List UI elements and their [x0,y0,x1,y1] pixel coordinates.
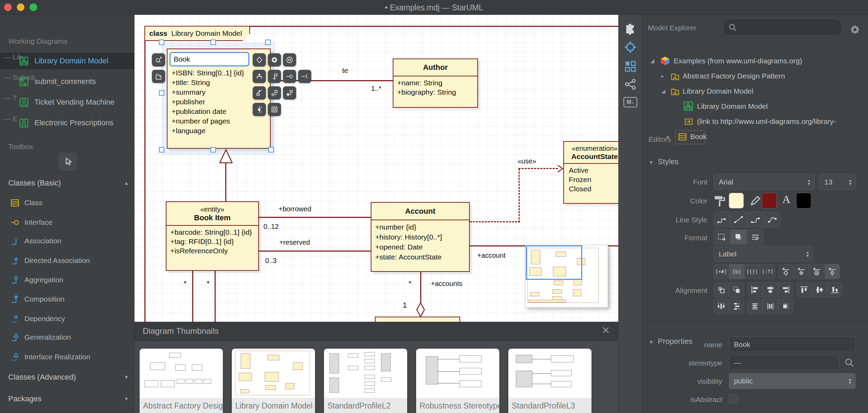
borrowed-association-line[interactable] [259,217,371,218]
search-input[interactable] [741,20,837,34]
tree-item-book[interactable]: ▸ Book [642,129,868,145]
pointer-tool-button[interactable] [59,153,76,170]
account-role-label[interactable]: +account [477,252,506,260]
reserved-role-label[interactable]: +reserved [279,239,310,246]
tool-association[interactable]: Association [0,233,134,249]
selection-handle-bottom-left[interactable] [159,147,164,152]
class-account[interactable]: Account +number {id} +history: History[0… [371,202,470,272]
share-button[interactable] [623,77,637,91]
accounts-multiplicity-label[interactable]: * [409,279,412,288]
class-name-edit-field[interactable] [170,52,249,66]
extensions-button[interactable] [623,21,637,35]
association-name-label-partial[interactable]: te [342,66,348,75]
line-style-rounded-button[interactable] [747,212,764,227]
show-property-button[interactable]: [{}] [745,264,760,279]
class-book-item[interactable]: «entity» Book Item +barcode: String[0..1… [166,201,259,271]
align-middle-button[interactable] [812,282,827,297]
close-icon[interactable]: ✕ [601,324,610,336]
tool-interface[interactable]: Interface [0,215,134,231]
tool-interface-realization[interactable]: Interface Realization [0,349,134,365]
visibility-dropdown[interactable]: public▲▼ [729,373,856,389]
use-dependency-segment[interactable] [519,169,520,222]
add-part-button[interactable] [268,103,281,116]
line-style-rectilinear-button[interactable] [714,212,730,227]
add-composition-button[interactable] [283,86,296,99]
show-namespace-button[interactable]: [b] [729,264,744,279]
tool-composition[interactable]: Composition [0,292,134,307]
tool-generalization[interactable]: Generalization [0,330,134,346]
font-size-stepper[interactable]: 13▲▼ [819,174,856,190]
font-family-dropdown[interactable]: Arial▲▼ [714,174,815,190]
author-multiplicity-label[interactable]: 1..* [371,85,381,93]
generalization-line[interactable] [225,163,226,202]
add-required-interface-button[interactable] [298,70,311,83]
markdown-button[interactable]: M↓ [623,95,637,109]
send-to-back-button[interactable] [714,282,729,297]
line-style-oblique-button[interactable] [730,212,747,227]
caret-collapsed-icon[interactable]: ▸ [661,73,664,79]
show-visibility-button[interactable]: [+#] [714,264,729,279]
suppress-operations-button[interactable] [794,264,809,279]
minimap-viewport[interactable] [526,245,582,280]
align-left-button[interactable] [747,282,762,297]
caret-expanded-icon[interactable]: ◢ [661,88,665,94]
caret-expanded-icon[interactable]: ◢ [650,58,654,64]
stereotype-input[interactable] [729,355,839,370]
working-diagram-item-library-domain-model[interactable]: Library Domain Model— Lib [0,53,134,69]
distribute-horizontally-button[interactable] [714,299,729,314]
fill-color-roller-icon[interactable] [714,194,727,208]
tool-directed-association[interactable]: Directed Association [0,253,134,269]
library-multiplicity-label[interactable]: 1 [403,301,407,310]
tree-item-examples[interactable]: ◢ Examples (from www.uml-diagrams.org) [642,54,868,69]
format-auto-resize-button[interactable] [714,230,730,245]
add-port-button[interactable] [253,103,266,116]
use-dependency-segment[interactable] [519,168,558,169]
line-style-curve-button[interactable] [764,212,781,227]
add-provided-interface-button[interactable] [283,70,296,83]
distribute-vertically-button[interactable] [729,299,744,314]
diagram-overview-minimap[interactable] [525,245,608,308]
reserved-association-line[interactable] [259,251,371,252]
thumbnail-robustness-stereotypes[interactable]: Robustness Stereotypes [416,349,499,413]
thumbnail-standardprofilel3[interactable]: StandardProfileL3 [508,349,592,413]
add-signal-button[interactable] [268,70,281,83]
reserved-multiplicity-label[interactable]: 0..3 [265,257,276,265]
toolbox-section-classes-advanced[interactable]: Classes (Advanced) ▼ [0,370,134,385]
multiplicity-label[interactable]: * [184,279,187,288]
book-item-association-line-left[interactable] [192,271,193,322]
selection-handle-top-right[interactable] [265,40,271,45]
format-word-wrap-button[interactable] [747,230,764,245]
selection-handle-bottom-right[interactable] [268,147,274,152]
class-library-top-edge[interactable] [375,317,460,322]
toolbox-section-packages[interactable]: Packages ▼ [0,392,134,407]
same-size-button[interactable] [778,299,793,314]
thumbnail-standardprofilel2[interactable]: StandardProfileL2 [324,349,407,413]
selection-handle-middle-left[interactable] [159,90,164,96]
add-template-button[interactable] [253,70,266,83]
add-constraint-button[interactable] [253,53,266,66]
working-diagram-item-submit-comments[interactable]: submit_comments— Submit [0,73,134,90]
model-explorer-settings-button[interactable] [849,24,860,36]
accounts-role-label[interactable]: +accounts [431,280,463,288]
model-explorer-search[interactable] [723,19,843,36]
add-sub-diagram-button[interactable] [152,53,165,66]
tree-item-library-domain-model-diagram[interactable]: Library Domain Model [642,99,868,114]
line-color-pencil-icon[interactable] [749,194,762,207]
class-account-state[interactable]: «enumeration» AccountState Active Frozen… [563,141,618,204]
add-aggregation-button[interactable] [268,86,281,99]
bring-to-front-button[interactable] [729,282,744,297]
suppress-literals-button[interactable] [825,264,840,279]
align-right-button[interactable] [778,282,793,297]
tool-aggregation[interactable]: Aggregation [0,272,134,288]
working-diagram-item-electronic-prescriptions[interactable]: Electronic Prescriptions— E [0,115,134,131]
class-author[interactable]: Author +name: String +biography: String [393,59,478,108]
borrowed-role-label[interactable]: +borrowed [279,205,311,213]
styles-section-header[interactable]: ▼Styles [649,157,679,166]
selection-handle-top-middle[interactable] [210,40,216,45]
align-top-button[interactable] [796,282,812,297]
thumbnail-library-domain-model[interactable]: Library Domain Model [232,349,315,413]
tree-item-abstract-factory[interactable]: ▸ Abstract Factory Design Pattern [642,69,868,84]
suppress-receptions-button[interactable] [809,264,824,279]
stereotype-search-icon[interactable] [844,358,855,368]
tree-item-library-domain-model-package[interactable]: ◢ Library Domain Model [642,84,868,99]
